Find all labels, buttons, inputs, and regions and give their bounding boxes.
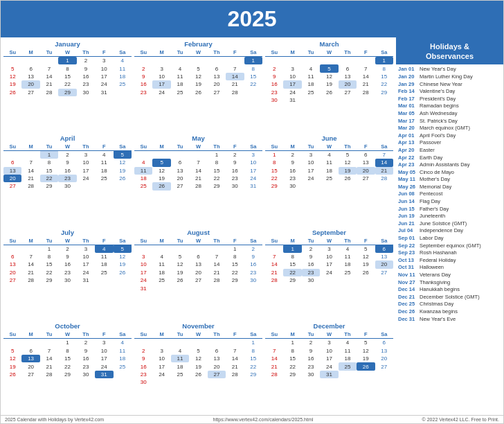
calendar-day: 14 (226, 355, 244, 362)
day-header: F (357, 237, 375, 245)
calendar-day: 9 (58, 159, 76, 166)
calendar-day: 9 (302, 347, 320, 355)
calendar-day: 18 (152, 269, 170, 276)
holiday-name: New Year's Eve (420, 316, 456, 322)
calendar-day: 11 (95, 253, 113, 260)
calendar-day: 22 (40, 269, 58, 276)
calendar-day (171, 150, 189, 159)
calendar-day: 15 (208, 167, 226, 175)
day-header: Su (265, 330, 283, 339)
calendar-day: 17 (152, 80, 170, 88)
holiday-item: Sep 01Labor Day (398, 234, 501, 242)
holiday-name: Kwanzaa begins (420, 308, 458, 315)
day-header: Su (134, 48, 152, 57)
calendar-day: 19 (357, 355, 375, 362)
calendar-day: 29 (208, 182, 226, 190)
calendar-day: 17 (320, 260, 338, 268)
calendar-day: 18 (114, 73, 132, 80)
calendar-day: 6 (357, 150, 375, 159)
calendar-day (375, 276, 393, 284)
calendar-day: 4 (114, 339, 132, 347)
calendar-day: 15 (58, 355, 76, 362)
holiday-item: Dec 25Christmas Day (398, 301, 501, 308)
calendar-day: 13 (357, 159, 375, 166)
calendar-day: 16 (244, 260, 262, 268)
calendar-day: 17 (283, 80, 301, 88)
calendar-day: 13 (21, 355, 39, 362)
holiday-date: Jun 19 (398, 213, 417, 219)
calendar-day: 22 (58, 80, 76, 88)
month-november: NovemberSuMTuWThFSa123456789101112131415… (134, 322, 262, 414)
calendar-day: 14 (21, 260, 39, 268)
month-table: SuMTuWThFSa12345678910111213141516171819… (134, 48, 262, 96)
day-header: F (226, 330, 244, 339)
month-table: SuMTuWThFSa12345678910111213141516171819… (265, 48, 393, 104)
holiday-date: Dec 21 (398, 294, 417, 300)
month-table: SuMTuWThFSa12345678910111213141516171819… (3, 330, 132, 378)
calendar-day: 18 (302, 80, 320, 88)
calendar-day: 13 (171, 167, 189, 175)
calendar-day: 25 (95, 269, 113, 276)
holiday-name: December Solstice (GMT) (420, 294, 480, 300)
month-table: SuMTuWThFSa12345678910111213141516171819… (3, 237, 132, 285)
holiday-name: Rosh Hashanah (420, 249, 457, 256)
calendar-day: 5 (339, 150, 357, 159)
calendar-day: 2 (58, 150, 76, 159)
day-header: Th (77, 48, 95, 57)
calendar-day: 14 (21, 167, 39, 175)
calendar-day (208, 378, 226, 386)
calendar-day: 25 (114, 80, 132, 88)
day-header: Tu (302, 48, 320, 57)
day-header: F (95, 48, 113, 57)
calendar-day: 30 (58, 276, 76, 284)
holiday-name: Valentine's Day (420, 88, 455, 94)
calendar-day: 12 (3, 73, 21, 80)
day-header: Su (134, 237, 152, 245)
month-june: JuneSuMTuWThFSa1234567891011121314151617… (265, 134, 393, 226)
calendar-day: 20 (171, 175, 189, 182)
day-header: F (95, 330, 113, 339)
calendar-day: 16 (283, 167, 301, 175)
holiday-name: Pentecost (420, 191, 442, 197)
calendar-day: 3 (77, 245, 95, 253)
calendar-day: 1 (283, 245, 301, 253)
calendar-day: 20 (189, 269, 207, 276)
day-header: Sa (114, 143, 132, 151)
calendar-day (302, 182, 320, 190)
calendar-day (226, 284, 244, 292)
calendar-day (357, 96, 375, 104)
calendar-day: 14 (189, 167, 207, 175)
calendar-day: 7 (40, 64, 58, 72)
calendar-day: 11 (302, 73, 320, 80)
holiday-name: Labor Day (420, 235, 444, 241)
holiday-item: Sep 22September equinox (GMT) (398, 242, 501, 249)
calendar-day (339, 371, 357, 378)
calendar-day: 10 (152, 73, 170, 80)
calendar-row: OctoberSuMTuWThFSa1234567891011121314151… (3, 322, 393, 414)
calendar-day: 1 (58, 339, 76, 347)
holiday-name: Father's Day (420, 206, 449, 212)
holiday-item: Apr 23Admin Assistants Day (398, 161, 501, 168)
main-container: 2025 JanuarySuMTuWThFSa12345678910111213… (0, 0, 504, 424)
day-header: Sa (244, 143, 262, 151)
calendar-day: 14 (226, 73, 244, 80)
calendar-day: 21 (40, 362, 58, 370)
calendar-day: 1 (58, 57, 76, 65)
calendar-day: 4 (171, 347, 189, 355)
calendar-day: 31 (95, 89, 113, 96)
calendar-day: 26 (357, 362, 375, 370)
calendar-day: 9 (134, 73, 152, 80)
calendar-day: 2 (265, 64, 283, 72)
calendar-day: 28 (21, 182, 39, 190)
calendar-day: 24 (320, 269, 338, 276)
calendar-day: 21 (226, 362, 244, 370)
calendar-day: 13 (339, 73, 357, 80)
day-header: Th (339, 48, 357, 57)
calendar-day: 13 (189, 260, 207, 268)
calendar-day: 29 (283, 371, 301, 378)
calendar-day: 4 (171, 64, 189, 72)
calendar-day: 26 (357, 269, 375, 276)
calendar-day: 7 (189, 159, 207, 166)
calendar-day: 22 (283, 362, 301, 370)
calendar-day: 17 (152, 362, 170, 370)
